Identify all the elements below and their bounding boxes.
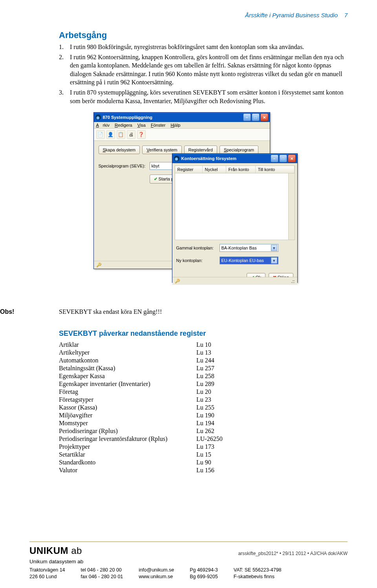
col-register[interactable]: Register	[175, 166, 203, 173]
brand-944: UNIKUM ab	[29, 545, 82, 556]
close-button[interactable]: ✕	[288, 155, 296, 162]
registervard-button[interactable]: Registervård	[184, 146, 217, 154]
col-nyckel[interactable]: Nyckel	[203, 166, 226, 173]
footer-col-web: info@unikum.se www.unikum.se	[139, 567, 174, 580]
obs-label: Obs!	[0, 308, 59, 315]
menu-hjalp[interactable]: Hjälp	[170, 123, 180, 127]
list-header: Register Nyckel Från konto Till konto	[175, 166, 295, 173]
obs-text: SEVEKBYT ska endast köra EN gång!!!	[59, 308, 162, 315]
specialprogram-button[interactable]: Specialprogram	[220, 146, 258, 154]
toolbar-icon-2[interactable]: 👤	[106, 130, 115, 139]
step-1: 1.I rutin 980 Bokföringsår, nyregistrera…	[70, 43, 348, 51]
menu-fonster[interactable]: Fönster	[151, 123, 165, 127]
table-row: Betalningssätt (Kassa)Lu 257	[59, 364, 223, 372]
menu-redigera[interactable]: Redigera	[115, 123, 132, 127]
maximize-button[interactable]: □	[252, 113, 260, 121]
toolbar-icon-5[interactable]: ❓	[137, 130, 146, 139]
chevron-down-icon: ▾	[271, 257, 277, 264]
footer-col-vat: VAT: SE 556223-4798 F-skattebevis finns	[234, 567, 282, 580]
register-table: ArtiklarLu 10ArtikeltyperLu 13Automatkon…	[59, 341, 223, 474]
footer-col-giro: Pg 469294-3 Bg 699-9205	[190, 567, 218, 580]
statusbar-dialog: .::	[172, 277, 297, 285]
key-icon	[96, 262, 102, 268]
maximize-button[interactable]: □	[279, 155, 287, 162]
running-title: Årsskifte i Pyramid Business Studio	[245, 12, 338, 18]
minimize-button[interactable]: –	[271, 155, 278, 162]
close-button[interactable]: ✕	[260, 113, 268, 121]
steps-list: 1.I rutin 980 Bokföringsår, nyregistrera…	[59, 43, 348, 105]
col-fran[interactable]: Från konto	[226, 166, 256, 173]
section-heading: Arbetsgång	[59, 30, 348, 40]
table-row: Egenskaper inventarier (Inventarier)Lu 2…	[59, 380, 223, 388]
table-row: MiljöavgifterLu 190	[59, 411, 223, 419]
titlebar-dialog[interactable]: Kontoersättning försystem – □ ✕	[172, 154, 297, 163]
menu-bar: Arkiv Redigera Visa Fönster Hjälp	[94, 122, 270, 129]
table-row: FöretagLu 20	[59, 388, 223, 396]
table-row: ValutorLu 156	[59, 466, 223, 474]
menu-arkiv[interactable]: Arkiv	[96, 123, 110, 127]
table-row: SetartiklarLu 15	[59, 451, 223, 459]
footer-subbrand: Unikum datasystem ab	[29, 559, 348, 564]
step-2: 2.I rutin 962 Kontoersättning, knappen K…	[70, 53, 348, 87]
dialog-kontoersattning: Kontoersättning försystem – □ ✕ Register…	[172, 153, 298, 283]
running-header: Årsskifte i Pyramid Business Studio 7	[59, 12, 348, 18]
table-row: Periodiseringar leverantörsfakturor (Rpl…	[59, 435, 223, 443]
table-row: ArtikeltyperLu 13	[59, 349, 223, 357]
ny-kontoplan-combo[interactable]: EU-Kontoplan EU-bas▾	[220, 257, 278, 264]
toolbar-icon-4[interactable]: 🖨	[127, 130, 135, 139]
footer-rule	[29, 541, 348, 542]
table-row: StandardkontoLu 90	[59, 459, 223, 466]
dialog-title: Kontoersättning försystem	[181, 156, 237, 161]
skapa-delsystem-button[interactable]: Skapa delsystem	[99, 146, 140, 154]
specialprogram-label: Specialprogram (SEVE):	[99, 164, 150, 168]
window-title: 870 Systemuppläggning	[103, 115, 153, 120]
toolbar-icon-1[interactable]: 📄	[96, 130, 105, 139]
table-row: Periodiseringar (Rplus)Lu 262	[59, 427, 223, 435]
footer-meta: arsskifte_pbs2012* • 29/11 2012 • AJ/CHA…	[238, 551, 348, 556]
register-heading: SEVEKBYT påverkar nedanstående register	[59, 329, 348, 338]
table-row: AutomatkontonLu 244	[59, 357, 223, 364]
verifiera-system-button[interactable]: Verifiera system	[142, 146, 181, 154]
footer-col-phone: tel 046 - 280 20 00 fax 046 - 280 20 01	[81, 567, 123, 580]
scrollbar[interactable]	[288, 173, 295, 240]
table-row: Kassor (Kassa)Lu 255	[59, 404, 223, 411]
table-row: ArtiklarLu 10	[59, 341, 223, 349]
step-3: 3.I rutin 870 systemuppläggning, körs se…	[70, 88, 348, 105]
table-row: ProjekttyperLu 173	[59, 443, 223, 451]
page-number: 7	[344, 12, 348, 18]
toolbar-icon-3[interactable]: 📋	[117, 130, 125, 139]
table-row: FöretagstyperLu 23	[59, 396, 223, 404]
page-footer: UNIKUM ab arsskifte_pbs2012* • 29/11 201…	[0, 541, 377, 580]
table-row: Egenskaper KassaLu 258	[59, 372, 223, 380]
col-till[interactable]: Till konto	[256, 166, 295, 173]
chevron-down-icon: ▾	[271, 245, 277, 251]
table-row: MomstyperLu 194	[59, 419, 223, 427]
gammal-kontoplan-label: Gammal kontoplan:	[176, 246, 220, 250]
footer-col-address: Traktorvägen 14 226 60 Lund	[29, 567, 65, 580]
titlebar-870[interactable]: 870 Systemuppläggning – □ ✕	[94, 113, 270, 122]
minimize-button[interactable]: –	[243, 113, 251, 121]
gammal-kontoplan-combo[interactable]: BA-Kontoplan Bas▾	[220, 244, 278, 252]
menu-visa[interactable]: Visa	[137, 123, 146, 127]
key-icon	[175, 279, 180, 284]
screenshot-figure: 870 Systemuppläggning – □ ✕ Arkiv Redige…	[59, 112, 348, 285]
app-icon	[95, 115, 101, 120]
ny-kontoplan-label: Ny kontoplan:	[176, 258, 220, 263]
app-icon	[174, 156, 179, 161]
list-body[interactable]	[175, 173, 295, 240]
toolbar: 📄 👤 📋 🖨 ❓	[94, 129, 270, 141]
